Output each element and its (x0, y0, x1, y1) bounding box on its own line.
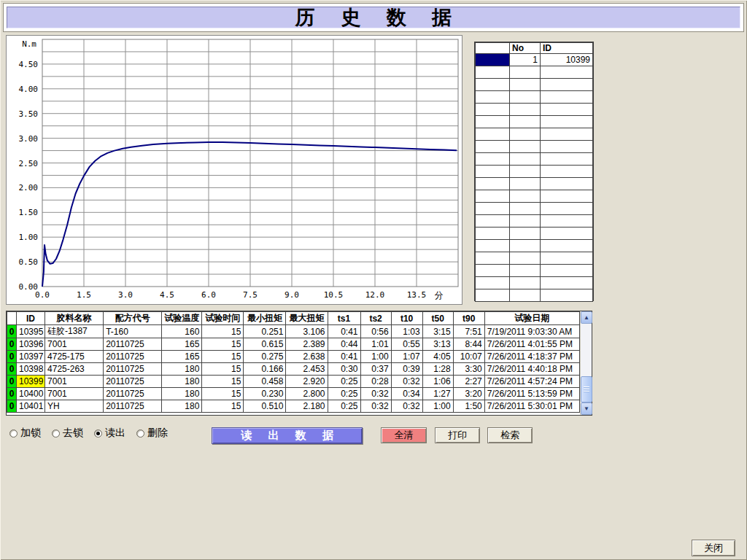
cell-ts2[interactable]: 0:32 (360, 400, 391, 413)
row-selector-cell[interactable] (476, 91, 510, 104)
id-cell[interactable] (541, 153, 593, 166)
id-cell[interactable] (541, 215, 593, 228)
cell-formula[interactable]: 20110725 (104, 400, 162, 413)
close-button[interactable]: 关闭 (692, 540, 735, 556)
record-select-row[interactable] (476, 228, 593, 240)
record-select-row[interactable] (476, 141, 593, 153)
record-select-row[interactable] (476, 240, 593, 252)
cell-date[interactable]: 7/26/2011 4:18:37 PM (484, 351, 579, 363)
row-marker-cell[interactable]: 0 (7, 388, 17, 400)
cell-name[interactable]: 4725-263 (45, 363, 104, 376)
no-cell[interactable] (510, 215, 541, 228)
record-select-row[interactable] (476, 91, 593, 104)
id-cell[interactable] (541, 141, 593, 153)
record-select-table[interactable]: NoID110399 (475, 42, 593, 302)
cell-t10[interactable]: 0:32 (391, 376, 422, 388)
row-selector-cell[interactable] (476, 252, 510, 265)
cell-ts2[interactable]: 0:28 (360, 376, 391, 388)
cell-date[interactable]: 7/26/2011 5:13:59 PM (484, 388, 579, 400)
cell-temp[interactable]: 180 (162, 376, 202, 388)
no-cell[interactable] (510, 178, 541, 190)
cell-id[interactable]: 10401 (17, 400, 45, 413)
cell-max[interactable]: 2.180 (286, 400, 328, 413)
no-cell[interactable] (510, 116, 541, 128)
cell-t90[interactable]: 2:27 (453, 376, 484, 388)
history-table-row[interactable]: 010395硅胶-1387T-160160150.2513.1060:410:5… (7, 325, 580, 338)
row-selector-cell[interactable] (476, 79, 510, 91)
history-table-row[interactable]: 010401YH20110725180150.5102.1800:250:320… (7, 400, 580, 413)
read-data-button[interactable]: 读 出 数 据 (212, 427, 363, 444)
cell-ts2[interactable]: 0:37 (360, 363, 391, 376)
id-cell[interactable] (541, 104, 593, 116)
no-cell[interactable]: 1 (510, 54, 541, 66)
cell-formula[interactable]: 20110725 (104, 376, 162, 388)
cell-ts2[interactable]: 0:32 (360, 388, 391, 400)
cell-time[interactable]: 15 (202, 351, 244, 363)
cell-name[interactable]: YH (45, 400, 104, 413)
no-cell[interactable] (510, 104, 541, 116)
row-selector-cell[interactable] (476, 153, 510, 166)
cell-max[interactable]: 2.453 (286, 363, 328, 376)
cell-formula[interactable]: 20110725 (104, 363, 162, 376)
cell-t10[interactable]: 0:55 (391, 338, 422, 351)
search-button[interactable]: 检索 (487, 427, 533, 443)
cell-temp[interactable]: 165 (162, 351, 202, 363)
cell-name[interactable]: 7001 (45, 376, 104, 388)
record-select-row[interactable] (476, 79, 593, 91)
cell-name[interactable]: 4725-175 (45, 351, 104, 363)
no-cell[interactable] (510, 153, 541, 166)
cell-min[interactable]: 0.510 (244, 400, 286, 413)
id-cell[interactable] (541, 277, 593, 289)
cell-max[interactable]: 2.389 (286, 338, 328, 351)
cell-time[interactable]: 15 (202, 388, 244, 400)
cell-ts1[interactable]: 0:30 (328, 363, 360, 376)
cell-formula[interactable]: 20110725 (104, 338, 162, 351)
record-select-row[interactable] (476, 190, 593, 203)
no-cell[interactable] (510, 289, 541, 302)
cell-min[interactable]: 0.458 (244, 376, 286, 388)
cell-t90[interactable]: 3:30 (453, 363, 484, 376)
cell-date[interactable]: 7/26/2011 4:57:24 PM (484, 376, 579, 388)
cell-date[interactable]: 7/19/2011 9:03:30 AM (484, 325, 579, 338)
id-cell[interactable] (541, 91, 593, 104)
record-select-row[interactable] (476, 277, 593, 289)
cell-temp[interactable]: 180 (162, 363, 202, 376)
cell-temp[interactable]: 160 (162, 325, 202, 338)
cell-ts1[interactable]: 0:44 (328, 338, 360, 351)
cell-id[interactable]: 10396 (17, 338, 45, 351)
clear-all-button[interactable]: 全清 (381, 427, 427, 443)
history-table-row[interactable]: 010399700120110725180150.4582.9200:250:2… (7, 376, 580, 388)
row-marker-cell[interactable]: 0 (7, 400, 17, 413)
record-select-row[interactable] (476, 116, 593, 128)
record-select-row[interactable] (476, 289, 593, 302)
scroll-up-icon[interactable]: ▲ (581, 311, 592, 324)
history-table-row[interactable]: 0103974725-17520110725165150.2752.6380:4… (7, 351, 580, 363)
cell-t50[interactable]: 1:28 (422, 363, 453, 376)
cell-t10[interactable]: 1:03 (391, 325, 422, 338)
no-cell[interactable] (510, 265, 541, 277)
cell-t10[interactable]: 0:39 (391, 363, 422, 376)
print-button[interactable]: 打印 (435, 427, 480, 443)
cell-ts1[interactable]: 0:25 (328, 388, 360, 400)
history-table-row[interactable]: 010400700120110725180150.2302.8000:250:3… (7, 388, 580, 400)
no-cell[interactable] (510, 252, 541, 265)
row-selector-cell[interactable] (476, 54, 510, 66)
cell-formula[interactable]: 20110725 (104, 351, 162, 363)
cell-name[interactable]: 7001 (45, 388, 104, 400)
record-select-row[interactable] (476, 153, 593, 166)
cell-ts1[interactable]: 0:41 (328, 325, 360, 338)
record-select-grid[interactable]: NoID110399 (474, 42, 594, 301)
no-cell[interactable] (510, 79, 541, 91)
row-selector-cell[interactable] (476, 228, 510, 240)
cell-id[interactable]: 10395 (17, 325, 45, 338)
cell-t90[interactable]: 7:51 (453, 325, 484, 338)
cell-time[interactable]: 15 (202, 376, 244, 388)
radio-unlock[interactable]: 去锁 (52, 427, 83, 440)
row-marker-cell[interactable]: 0 (7, 363, 17, 376)
id-cell[interactable] (541, 265, 593, 277)
radio-delete[interactable]: 删除 (136, 427, 168, 440)
row-selector-cell[interactable] (476, 240, 510, 252)
cell-date[interactable]: 7/26/2011 4:01:55 PM (484, 338, 579, 351)
cell-temp[interactable]: 180 (162, 400, 202, 413)
record-select-row[interactable]: 110399 (476, 54, 593, 66)
